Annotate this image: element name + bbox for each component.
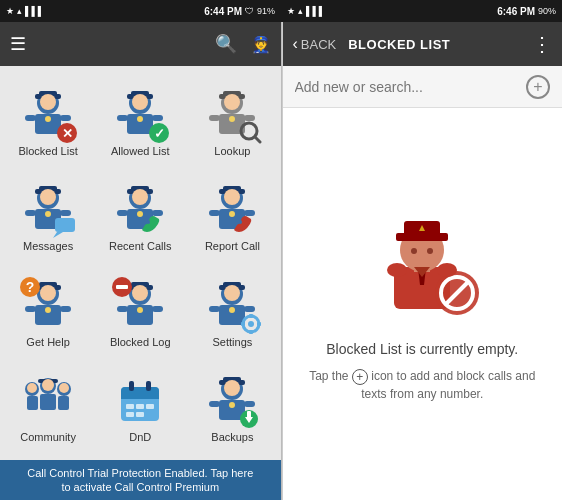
status-right-left: 6:44 PM 🛡 91% bbox=[204, 6, 275, 17]
icon-grid: ✕ Blocked List ✓ bbox=[0, 66, 281, 460]
nav-bar-right: ‹ BACK BLOCKED LIST ⋮ bbox=[283, 22, 563, 66]
grid-item-recent-calls[interactable]: Recent Calls bbox=[96, 170, 184, 262]
grid-item-settings[interactable]: Settings bbox=[188, 265, 276, 357]
grid-label-backups: Backups bbox=[211, 431, 253, 443]
svg-point-51 bbox=[224, 189, 240, 205]
svg-rect-108 bbox=[126, 412, 134, 417]
svg-rect-38 bbox=[25, 210, 36, 216]
svg-line-27 bbox=[255, 137, 260, 142]
get-help-icon: ? bbox=[17, 274, 79, 336]
svg-rect-96 bbox=[40, 394, 56, 410]
grid-label-settings: Settings bbox=[213, 336, 253, 348]
status-icons-right-left: ★ ▴ ▌▌▌ bbox=[287, 6, 325, 16]
svg-rect-86 bbox=[241, 322, 245, 326]
svg-rect-28 bbox=[209, 115, 220, 121]
svg-point-35 bbox=[45, 211, 51, 217]
empty-title: Blocked List is currently empty. bbox=[307, 341, 539, 357]
grid-item-allowed-list[interactable]: ✓ Allowed List bbox=[96, 74, 184, 166]
svg-rect-54 bbox=[209, 210, 220, 216]
report-call-icon bbox=[201, 178, 263, 240]
signal-icon: ▌▌▌ bbox=[25, 6, 44, 16]
svg-point-13 bbox=[132, 94, 148, 110]
svg-point-81 bbox=[229, 307, 235, 313]
status-bar-left: ★ ▴ ▌▌▌ 6:44 PM 🛡 91% bbox=[0, 0, 281, 22]
svg-rect-36 bbox=[55, 218, 75, 232]
community-icon bbox=[17, 369, 79, 431]
svg-rect-88 bbox=[209, 306, 220, 312]
back-button[interactable]: ‹ BACK bbox=[293, 35, 337, 53]
messages-icon bbox=[17, 178, 79, 240]
svg-rect-75 bbox=[152, 306, 163, 312]
lookup-icon bbox=[201, 83, 263, 145]
grid-item-blocked-log[interactable]: Blocked Log bbox=[96, 265, 184, 357]
empty-text-block: Blocked List is currently empty. Tap the… bbox=[307, 341, 539, 403]
svg-rect-9 bbox=[60, 115, 71, 121]
grid-item-community[interactable]: Community bbox=[4, 361, 92, 453]
right-panel: ‹ BACK BLOCKED LIST ⋮ + bbox=[282, 22, 563, 500]
svg-rect-65 bbox=[60, 306, 71, 312]
wifi-icon-r: ▴ bbox=[298, 6, 303, 16]
grid-item-dnd[interactable]: DnD bbox=[96, 361, 184, 453]
grid-item-report-call[interactable]: Report Call bbox=[188, 170, 276, 262]
time-left: 6:44 PM bbox=[204, 6, 242, 17]
status-right-right: 6:46 PM 90% bbox=[497, 6, 556, 17]
bottom-banner[interactable]: Call Control Trial Protection Enabled. T… bbox=[0, 460, 281, 500]
svg-point-98 bbox=[59, 383, 69, 393]
svg-text:?: ? bbox=[26, 279, 35, 295]
grid-label-community: Community bbox=[20, 431, 76, 443]
more-options-icon[interactable]: ⋮ bbox=[532, 32, 552, 56]
svg-rect-105 bbox=[126, 404, 134, 409]
svg-rect-73 bbox=[116, 285, 128, 289]
svg-point-45 bbox=[137, 211, 143, 217]
grid-item-lookup[interactable]: Lookup bbox=[188, 74, 276, 166]
svg-rect-103 bbox=[129, 381, 134, 391]
grid-label-get-help: Get Help bbox=[26, 336, 69, 348]
grid-item-blocked-list[interactable]: ✕ Blocked List bbox=[4, 74, 92, 166]
svg-rect-55 bbox=[244, 210, 255, 216]
svg-rect-47 bbox=[152, 210, 163, 216]
bluetooth-icon: ★ bbox=[6, 6, 14, 16]
inline-plus-icon: + bbox=[352, 369, 368, 385]
add-icon[interactable]: + bbox=[526, 75, 550, 99]
svg-point-79 bbox=[224, 285, 240, 301]
svg-point-3 bbox=[40, 94, 56, 110]
svg-point-95 bbox=[42, 379, 54, 391]
settings-icon bbox=[201, 274, 263, 336]
grid-item-backups[interactable]: Backups bbox=[188, 361, 276, 453]
search-nav-icon[interactable]: 🔍 bbox=[215, 33, 237, 55]
svg-rect-29 bbox=[244, 115, 255, 121]
svg-rect-19 bbox=[152, 115, 163, 121]
empty-desc: Tap the + icon to add and block calls an… bbox=[307, 367, 539, 403]
empty-state-officer-illustration bbox=[362, 205, 482, 325]
svg-point-5 bbox=[45, 116, 51, 122]
search-bar: + bbox=[283, 66, 563, 108]
grid-label-dnd: DnD bbox=[129, 431, 151, 443]
status-icons-left: ★ ▴ ▌▌▌ bbox=[6, 6, 44, 16]
blocked-list-icon: ✕ bbox=[17, 83, 79, 145]
svg-rect-119 bbox=[209, 401, 220, 407]
svg-point-115 bbox=[229, 402, 235, 408]
svg-text:✓: ✓ bbox=[154, 126, 165, 141]
svg-point-59 bbox=[40, 285, 56, 301]
empty-state: Blocked List is currently empty. Tap the… bbox=[283, 108, 563, 500]
hamburger-icon[interactable]: ☰ bbox=[10, 33, 26, 55]
svg-point-83 bbox=[248, 321, 254, 327]
shield-icon-left: 🛡 bbox=[245, 6, 254, 16]
search-input[interactable] bbox=[295, 79, 519, 95]
blocked-log-icon bbox=[109, 274, 171, 336]
svg-point-25 bbox=[229, 116, 235, 122]
back-chevron-icon: ‹ bbox=[293, 35, 298, 53]
battery-left: 91% bbox=[257, 6, 275, 16]
svg-rect-102 bbox=[121, 393, 159, 399]
grid-label-allowed-list: Allowed List bbox=[111, 145, 170, 157]
svg-point-128 bbox=[427, 248, 433, 254]
grid-item-get-help[interactable]: ? Get Help bbox=[4, 265, 92, 357]
signal-icon-r: ▌▌▌ bbox=[306, 6, 325, 16]
svg-point-61 bbox=[45, 307, 51, 313]
svg-rect-87 bbox=[257, 322, 261, 326]
back-label: BACK bbox=[301, 37, 336, 52]
bottom-banner-text: Call Control Trial Protection Enabled. T… bbox=[27, 466, 253, 495]
svg-point-134 bbox=[387, 263, 407, 277]
profile-nav-icon[interactable]: 👮 bbox=[251, 35, 271, 54]
grid-item-messages[interactable]: Messages bbox=[4, 170, 92, 262]
